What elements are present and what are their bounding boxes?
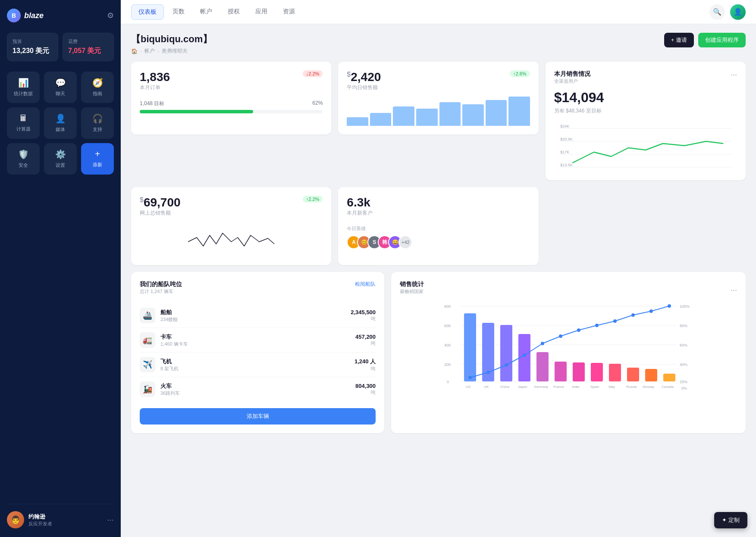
breadcrumb-accounts: 帐户 bbox=[144, 47, 155, 55]
fleet-item-train: 🚂 火车 36路列车 804,300 吨 bbox=[140, 377, 376, 401]
nav-item-media[interactable]: 👤 媒体 bbox=[44, 107, 77, 139]
media-icon: 👤 bbox=[55, 113, 66, 124]
total-sales-card: $69,700 网上总销售额 ↑2.2% bbox=[131, 187, 331, 265]
orders-value: 1,836 bbox=[140, 70, 170, 84]
ship-unit: 吨 bbox=[351, 315, 376, 322]
svg-point-63 bbox=[613, 319, 617, 323]
search-button[interactable]: 🔍 bbox=[709, 4, 725, 20]
support-icon: 🎧 bbox=[92, 113, 103, 124]
truck-count: 1,460 辆卡车 bbox=[160, 341, 350, 347]
sidebar-user: 👨 约翰逊 反应开发者 ⋯ bbox=[7, 504, 114, 528]
settings-label: 设置 bbox=[56, 162, 65, 169]
svg-rect-42 bbox=[663, 374, 675, 381]
progress-bar-bg bbox=[140, 110, 323, 113]
stats-row2: $69,700 网上总销售额 ↑2.2% 6.3k 本月新客户 bbox=[131, 187, 746, 265]
combo-chart-svg: 800 600 400 200 0 100% 80% 60% 40% 20% 0… bbox=[400, 302, 737, 397]
svg-rect-35 bbox=[536, 352, 549, 381]
svg-text:Japan: Japan bbox=[518, 385, 527, 389]
invite-button[interactable]: + 邀请 bbox=[664, 33, 694, 47]
svg-text:UK: UK bbox=[484, 385, 489, 389]
svg-text:40%: 40% bbox=[680, 362, 687, 367]
monthly-sales-title: 本月销售情况 bbox=[554, 70, 590, 78]
svg-rect-41 bbox=[645, 369, 657, 381]
nav-item-add[interactable]: + 添新 bbox=[81, 143, 114, 175]
nav-item-chat[interactable]: 💬 聊天 bbox=[44, 72, 77, 103]
user-avatar: 👨 bbox=[7, 511, 24, 528]
monthly-sales-target: 另有 $48,346 至目标 bbox=[554, 107, 737, 115]
truck-amount: 457,200 bbox=[355, 334, 376, 340]
tab-apps[interactable]: 应用 bbox=[248, 4, 274, 20]
security-icon: 🛡️ bbox=[18, 149, 29, 159]
svg-text:600: 600 bbox=[444, 324, 451, 328]
logo-text: blaze bbox=[24, 11, 44, 20]
combo-chart: 800 600 400 200 0 100% 80% 60% 40% 20% 0… bbox=[400, 302, 737, 397]
svg-text:China: China bbox=[500, 385, 509, 389]
svg-point-60 bbox=[559, 334, 562, 338]
nav-item-calculator[interactable]: 🖩 计算器 bbox=[7, 107, 40, 139]
ship-icon: 🚢 bbox=[140, 308, 155, 323]
new-customers-value: 6.3k bbox=[347, 196, 373, 209]
heroes-section: 今日英雄 A 😊 S 韩 😄 +42 bbox=[347, 225, 530, 249]
add-vehicle-button[interactable]: 添加车辆 bbox=[140, 408, 376, 425]
ship-name: 船舶 bbox=[160, 309, 345, 316]
user-menu-icon[interactable]: ⋯ bbox=[107, 516, 114, 524]
tab-dashboard[interactable]: 仪表板 bbox=[131, 4, 164, 20]
svg-text:Russia: Russia bbox=[626, 385, 637, 389]
expense-value: 7,057 美元 bbox=[68, 47, 108, 56]
page-title-area: 【biqubiqu.com】 🏠 › 帐户 › 奥弗维耶夫 bbox=[131, 33, 212, 55]
budget-cards: 预算 13,230 美元 花费 7,057 美元 bbox=[7, 33, 114, 61]
fleet-link[interactable]: 检阅船队 bbox=[355, 281, 376, 288]
svg-text:0: 0 bbox=[447, 380, 449, 384]
sidebar-settings-icon[interactable]: ⚙ bbox=[107, 11, 114, 20]
profile-button[interactable]: 👤 bbox=[730, 4, 746, 20]
bar-3 bbox=[393, 106, 414, 126]
tab-accounts[interactable]: 帐户 bbox=[193, 4, 219, 20]
user-role: 反应开发者 bbox=[28, 521, 103, 527]
svg-text:80%: 80% bbox=[680, 324, 687, 328]
tab-auth[interactable]: 授权 bbox=[221, 4, 247, 20]
budget-value: 13,230 美元 bbox=[13, 47, 53, 56]
plane-name: 飞机 bbox=[160, 358, 349, 365]
ship-count: 234艘舰 bbox=[160, 316, 345, 323]
nav-item-support[interactable]: 🎧 支持 bbox=[81, 107, 114, 139]
avg-sales-chart bbox=[347, 100, 530, 126]
budget-card: 预算 13,230 美元 bbox=[7, 33, 58, 61]
train-count: 36路列车 bbox=[160, 390, 350, 397]
bar-4 bbox=[416, 109, 438, 126]
hero-avatars: A 😊 S 韩 😄 +42 bbox=[347, 235, 530, 249]
fleet-sub: 总计 1,247 辆车 bbox=[140, 288, 182, 295]
breadcrumb-current: 奥弗维耶夫 bbox=[162, 47, 188, 55]
create-button[interactable]: 创建应用程序 bbox=[698, 33, 746, 47]
fleet-title: 我们的船队吨位 bbox=[140, 281, 182, 288]
sales-stats-more-btn[interactable]: ··· bbox=[731, 281, 737, 300]
budget-label: 预算 bbox=[13, 38, 53, 45]
topnav-actions: 🔍 👤 bbox=[709, 4, 746, 20]
tab-resources[interactable]: 资源 bbox=[276, 4, 302, 20]
customize-button[interactable]: ✦ 定制 bbox=[714, 512, 747, 528]
nav-item-guide[interactable]: 🧭 指南 bbox=[81, 72, 114, 103]
nav-item-analytics[interactable]: 📊 统计数据 bbox=[7, 72, 40, 103]
orders-card: 1,836 本月订单 ↓2.2% 1,048 目标 62% bbox=[131, 62, 331, 134]
monthly-sales-card: 本月销售情况 全渠道用户 ··· $14,094 另有 $48,346 至目标 bbox=[546, 62, 746, 180]
total-sales-value: $69,700 bbox=[140, 196, 181, 209]
monthly-more-btn[interactable]: ··· bbox=[731, 70, 737, 79]
new-customers-label: 本月新客户 bbox=[347, 209, 373, 217]
chat-label: 聊天 bbox=[56, 91, 65, 97]
truck-unit: 吨 bbox=[355, 340, 376, 347]
stats-grid: 1,836 本月订单 ↓2.2% 1,048 目标 62% bbox=[131, 62, 746, 180]
main-area: 仪表板 页数 帐户 授权 应用 资源 🔍 👤 【biqubiqu.com】 🏠 … bbox=[121, 0, 756, 537]
page-title: 【biqubiqu.com】 bbox=[131, 33, 212, 46]
tab-pages[interactable]: 页数 bbox=[166, 4, 191, 20]
svg-text:$20.5K: $20.5K bbox=[560, 137, 573, 141]
total-sales-label: 网上总销售额 bbox=[140, 209, 181, 217]
avg-sales-card: $2,420 平均日销售额 ↑2.6% bbox=[338, 62, 538, 134]
add-label: 添新 bbox=[93, 162, 102, 168]
truck-name: 卡车 bbox=[160, 333, 350, 341]
svg-text:Canada: Canada bbox=[662, 385, 674, 389]
svg-text:400: 400 bbox=[444, 343, 451, 347]
train-icon: 🚂 bbox=[140, 381, 155, 397]
svg-text:20%: 20% bbox=[680, 380, 687, 384]
nav-item-security[interactable]: 🛡️ 安全 bbox=[7, 143, 40, 175]
sales-stats-title: 销售统计 bbox=[400, 281, 424, 288]
nav-item-settings[interactable]: ⚙️ 设置 bbox=[44, 143, 77, 175]
